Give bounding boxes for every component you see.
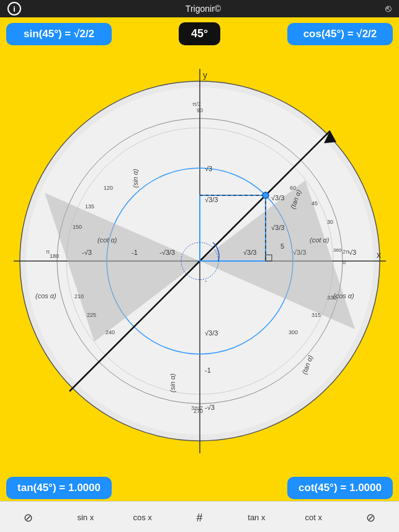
svg-text:(cos α): (cos α): [333, 292, 354, 299]
svg-text:√3/3: √3/3: [205, 329, 218, 337]
cos-tab-label: cos x: [133, 513, 151, 522]
svg-text:-1: -1: [205, 366, 211, 374]
svg-text:300: 300: [289, 329, 298, 335]
diagram-area[interactable]: x y 0 360 30 45 60: [0, 50, 399, 472]
tan-badge[interactable]: tan(45°) = 1.0000: [6, 477, 112, 499]
svg-point-17: [262, 192, 269, 198]
svg-text:360: 360: [333, 247, 342, 253]
sin-tab[interactable]: sin x: [57, 512, 114, 522]
bottom-row: tan(45°) = 1.0000 cot(45°) = 1.0000: [0, 472, 399, 504]
clear-icon: ⊘: [24, 512, 33, 523]
svg-text:x: x: [377, 250, 381, 260]
tab-bar: ⊘ sin x cos x # tan x cot x ⊘: [0, 501, 399, 532]
svg-text:315: 315: [312, 312, 321, 318]
cos-badge[interactable]: cos(45°) = √2/2: [287, 23, 393, 45]
svg-text:-1: -1: [132, 249, 138, 256]
grid-tab[interactable]: #: [171, 511, 228, 523]
empty-tab[interactable]: ⊘: [342, 511, 399, 523]
tan-tab[interactable]: tan x: [228, 512, 285, 522]
top-row: sin(45°) = √2/2 45° cos(45°) = √2/2: [0, 17, 399, 50]
info-icon[interactable]: i: [7, 2, 21, 16]
svg-text:5: 5: [280, 242, 284, 250]
svg-text:150: 150: [73, 224, 82, 230]
svg-text:240: 240: [105, 329, 115, 335]
svg-text:(cot α): (cot α): [310, 236, 330, 244]
svg-text:120: 120: [104, 185, 113, 191]
sin-badge[interactable]: sin(45°) = √2/2: [6, 23, 112, 45]
svg-text:√3/3: √3/3: [205, 196, 218, 203]
svg-text:225: 225: [87, 312, 96, 318]
unit-circle-svg[interactable]: x y 0 360 30 45 60: [7, 56, 392, 466]
svg-text:45: 45: [312, 200, 318, 206]
tan-tab-label: tan x: [248, 513, 265, 522]
grid-icon: #: [197, 512, 203, 523]
status-bar: i Trigonir© ⎋: [0, 0, 399, 17]
app-title: Trigonir©: [186, 4, 221, 14]
svg-text:(sin α): (sin α): [132, 169, 139, 188]
svg-text:135: 135: [85, 203, 94, 210]
clear-tab[interactable]: ⊘: [0, 511, 57, 523]
sin-tab-label: sin x: [77, 513, 94, 522]
svg-text:y: y: [203, 70, 207, 80]
svg-text:0: 0: [343, 259, 346, 265]
svg-text:(cot α): (cot α): [97, 236, 117, 244]
svg-text:-: -: [205, 277, 207, 284]
cot-tab-label: cot x: [305, 513, 321, 522]
angle-badge[interactable]: 45°: [179, 22, 220, 45]
svg-text:-√3: -√3: [205, 404, 215, 411]
svg-text:90: 90: [197, 107, 203, 113]
svg-text:3π/2: 3π/2: [191, 405, 203, 411]
svg-text:π: π: [46, 249, 50, 255]
svg-text:-√3/3: -√3/3: [159, 249, 175, 256]
svg-text:(sin α): (sin α): [169, 373, 176, 392]
svg-text:√3/3: √3/3: [271, 194, 284, 202]
cot-badge[interactable]: cot(45°) = 1.0000: [287, 477, 393, 499]
cos-tab[interactable]: cos x: [114, 512, 171, 522]
svg-text:(cos α): (cos α): [35, 292, 56, 299]
svg-text:√3: √3: [349, 249, 356, 256]
svg-text:√3: √3: [205, 165, 212, 172]
svg-text:30: 30: [327, 219, 333, 225]
svg-text:√3/3: √3/3: [293, 249, 306, 256]
cot-tab[interactable]: cot x: [285, 512, 342, 522]
empty-icon: ⊘: [366, 512, 375, 523]
share-icon[interactable]: ⎋: [385, 3, 392, 14]
svg-text:180: 180: [50, 253, 59, 259]
svg-text:√3/3: √3/3: [243, 249, 256, 256]
svg-text:210: 210: [74, 293, 84, 299]
svg-text:π/2: π/2: [192, 101, 201, 107]
svg-text:√3/3: √3/3: [271, 224, 284, 231]
svg-text:-√3: -√3: [82, 249, 92, 256]
